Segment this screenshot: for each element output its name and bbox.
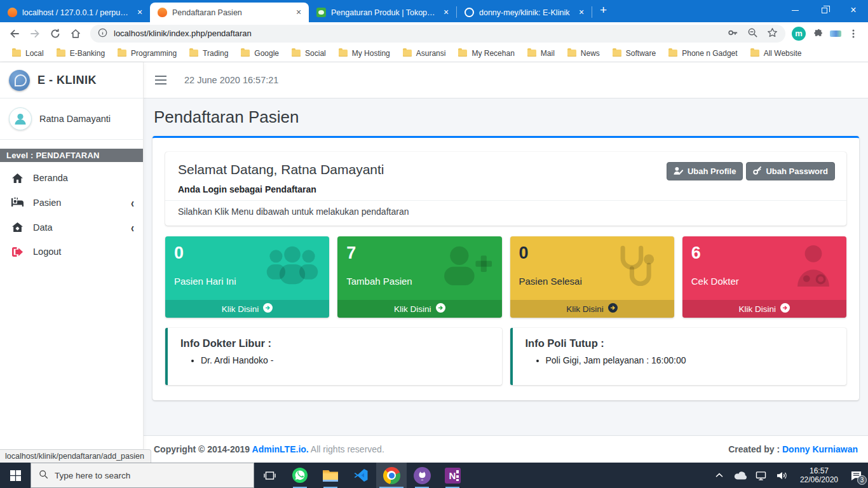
klik-disini-link[interactable]: Klik Disini (337, 300, 501, 318)
bookmarks-bar: Local E-Banking Programming Trading Goog… (0, 44, 868, 62)
zoom-icon[interactable] (747, 27, 758, 40)
folder-icon (668, 50, 677, 57)
tab-title: donny-mey/klinik: E-Klinik (479, 8, 571, 17)
ubah-password-button[interactable]: Ubah Password (746, 162, 835, 180)
info-dokter-libur-card: Info Dokter Libur : Dr. Ardi Handoko - (165, 328, 502, 385)
sidebar-item-beranda[interactable]: Beranda (0, 166, 143, 190)
folder-icon (403, 50, 412, 57)
profile-avatar[interactable]: m (792, 27, 806, 41)
chrome-icon[interactable] (376, 463, 407, 488)
brand[interactable]: E - KLINIK (0, 62, 143, 98)
folder-icon (12, 50, 21, 57)
chevron-up-icon[interactable] (711, 467, 728, 484)
bookmark-folder-myhosting[interactable]: My Hosting (333, 47, 396, 60)
site-info-icon[interactable] (98, 28, 107, 39)
folder-icon (118, 50, 126, 57)
taskbar-clock[interactable]: 16:57 22/06/2020 (795, 466, 843, 484)
stat-card-tambah-pasien: 7 Tambah Pasien Klik Disini (337, 236, 501, 318)
dashboard-card: Selamat Datang, Ratna Damayanti Anda Log… (153, 136, 859, 400)
onenote-icon[interactable]: N (437, 463, 468, 488)
browser-tab-pendaftaran[interactable]: Pendaftaran Pasien × (150, 3, 309, 22)
user-panel[interactable]: Ratna Damayanti (0, 98, 143, 140)
bookmark-folder-allwebsite[interactable]: All Website (745, 47, 808, 60)
bed-icon (10, 198, 24, 207)
bookmark-folder-trading[interactable]: Trading (184, 47, 234, 60)
sidebar-item-pasien[interactable]: Pasien ‹ (0, 190, 143, 215)
logout-icon (10, 247, 24, 257)
restore-icon[interactable] (810, 0, 839, 20)
bookmark-folder-ebanking[interactable]: E-Banking (51, 47, 111, 60)
reload-icon[interactable] (47, 25, 64, 42)
minimize-icon[interactable] (780, 0, 810, 20)
bookmark-folder-phone[interactable]: Phone n Gadget (663, 47, 743, 60)
bookmark-star-icon[interactable] (767, 27, 778, 40)
info-list-item: Poli Gigi, Jam pelayanan : 16:00:00 (546, 355, 834, 365)
user-plus-icon (437, 245, 493, 288)
page-title: Pendaftaran Pasien (154, 107, 859, 127)
tab-title: Pengaturan Produk | Tokopedia (331, 8, 436, 17)
browser-tab-perpus[interactable]: localhost / 127.0.0.1 / perpus_db × (0, 3, 150, 22)
bookmark-folder-social[interactable]: Social (286, 47, 332, 60)
klik-disini-link[interactable]: Klik Disini (510, 300, 674, 318)
klik-disini-link[interactable]: Klik Disini (682, 300, 846, 318)
chevron-left-icon: ‹ (131, 220, 134, 235)
divider (165, 200, 846, 201)
bookmark-folder-news[interactable]: News (562, 47, 606, 60)
password-key-icon[interactable] (728, 27, 738, 40)
tab-close-icon[interactable]: × (135, 8, 145, 18)
github-desktop-icon[interactable] (407, 463, 437, 488)
tab-close-icon[interactable]: × (441, 8, 451, 18)
browser-toolbar: localhost/klinik/index.php/pendaftaran m (0, 22, 868, 44)
bookmark-folder-software[interactable]: Software (607, 47, 661, 60)
stat-cards-row: 0 Pasien Hari Ini Klik Disini (165, 236, 846, 318)
file-explorer-icon[interactable] (315, 463, 346, 488)
content-area: Pendaftaran Pasien Selamat Datang, Ratna… (144, 98, 868, 435)
onedrive-cloud-icon[interactable] (732, 467, 749, 484)
start-button[interactable] (0, 463, 31, 488)
system-tray: 16:57 22/06/2020 3 (711, 463, 868, 488)
bookmark-folder-google[interactable]: Google (235, 47, 285, 60)
klik-disini-link[interactable]: Klik Disini (165, 300, 329, 318)
task-view-icon[interactable] (254, 463, 285, 488)
info-list-item: Dr. Ardi Handoko - (201, 355, 489, 365)
bookmark-folder-local[interactable]: Local (6, 47, 50, 60)
new-tab-button[interactable]: + (592, 2, 614, 22)
address-bar[interactable]: localhost/klinik/index.php/pendaftaran (90, 25, 785, 43)
taskbar-search[interactable] (31, 463, 254, 488)
eklinik-logo-icon (9, 70, 30, 91)
back-icon[interactable] (6, 25, 23, 42)
tab-close-icon[interactable]: × (576, 8, 587, 18)
adminlte-link[interactable]: AdminLTE.io. (252, 444, 309, 454)
bookmark-folder-asuransi[interactable]: Asuransi (397, 47, 452, 60)
network-icon[interactable] (753, 467, 770, 484)
whatsapp-icon[interactable] (285, 463, 315, 488)
bookmark-folder-myrecehan[interactable]: My Recehan (452, 47, 520, 60)
browser-tab-github[interactable]: donny-mey/klinik: E-Klinik × (457, 3, 592, 22)
home-button-icon[interactable] (67, 25, 84, 42)
speaker-icon[interactable] (774, 467, 790, 484)
info-card-title: Info Poli Tutup : (526, 337, 834, 349)
created-by-link[interactable]: Donny Kurniawan (782, 444, 858, 454)
users-icon (264, 245, 320, 288)
extensions-puzzle-icon[interactable] (810, 25, 826, 42)
info-list: Dr. Ardi Handoko - (180, 355, 489, 365)
hamburger-menu-icon[interactable] (155, 76, 166, 85)
browser-tab-tokopedia[interactable]: Pengaturan Produk | Tokopedia × (309, 3, 456, 22)
bookmark-folder-mail[interactable]: Mail (522, 47, 560, 60)
close-icon[interactable]: × (839, 0, 868, 20)
action-center-icon[interactable]: 3 (848, 467, 864, 484)
welcome-card: Selamat Datang, Ratna Damayanti Anda Log… (165, 152, 846, 226)
sidebar-item-logout[interactable]: Logout (0, 240, 143, 264)
ubah-profile-button[interactable]: Ubah Profile (667, 162, 743, 180)
sidebar-item-data[interactable]: Data ‹ (0, 215, 143, 240)
url-text[interactable]: localhost/klinik/index.php/pendaftaran (114, 29, 721, 38)
forward-icon[interactable] (27, 25, 43, 42)
tab-close-icon[interactable]: × (294, 8, 304, 18)
menu-dots-icon[interactable] (845, 25, 862, 42)
extension-logo-icon[interactable] (830, 30, 841, 37)
vscode-icon[interactable] (346, 463, 376, 488)
created-by-label: Created by : (728, 444, 782, 454)
taskbar-search-input[interactable] (55, 471, 233, 480)
bookmark-folder-programming[interactable]: Programming (112, 47, 182, 60)
stat-card-cek-dokter: 6 Cek Dokter Klik Disini (682, 236, 846, 318)
